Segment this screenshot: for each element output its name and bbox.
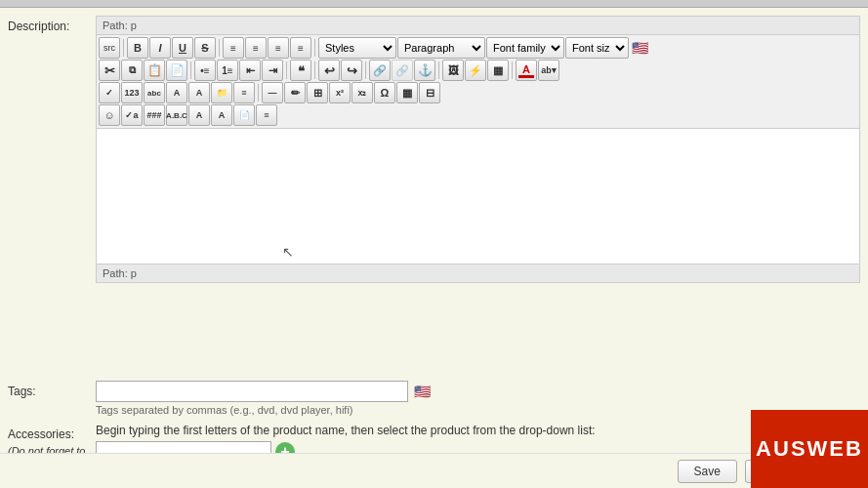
- style4-button[interactable]: 📁: [211, 82, 232, 103]
- sep4: [190, 61, 191, 79]
- editor-col: Path: p src B I U S ≡ ≡ ≡ ≡ S: [96, 16, 860, 373]
- abc-button[interactable]: abc: [144, 82, 165, 103]
- table3-button[interactable]: ⊟: [419, 82, 440, 103]
- bold-button[interactable]: B: [127, 37, 148, 59]
- tags-hint: Tags separated by commas (e.g., dvd, dvd…: [96, 404, 860, 416]
- style3-button[interactable]: A: [188, 82, 210, 103]
- grid-button[interactable]: ⊞: [307, 82, 328, 103]
- sep3: [314, 39, 315, 57]
- sep7: [365, 61, 366, 79]
- sep10: [258, 84, 259, 102]
- description-label: Description:: [8, 20, 69, 33]
- lang-button[interactable]: 📄: [233, 104, 255, 126]
- editor-toolbar: src B I U S ≡ ≡ ≡ ≡ Styles Par: [96, 34, 860, 128]
- redo-button[interactable]: ↪: [341, 60, 362, 81]
- hr-button[interactable]: —: [262, 82, 283, 103]
- center2-button[interactable]: ≡: [256, 104, 277, 126]
- outdent-button[interactable]: ⇤: [239, 60, 261, 81]
- align-button[interactable]: ≡: [233, 82, 255, 103]
- counter-button[interactable]: ###: [144, 104, 165, 126]
- path-bar-bottom: Path: p: [96, 264, 860, 283]
- flash-button[interactable]: ⚡: [465, 60, 486, 81]
- orderedlist-button[interactable]: 1≡: [217, 60, 238, 81]
- accessories-desc: Begin typing the first letters of the pr…: [96, 424, 860, 437]
- sep6: [314, 61, 315, 79]
- blockquote-button[interactable]: ❝: [290, 60, 311, 81]
- sep8: [438, 61, 439, 79]
- anchor-button[interactable]: ⚓: [414, 60, 435, 81]
- toolbar-row-4: ☺ ✓a ### A.B.C A A 📄 ≡: [99, 104, 857, 126]
- source-button[interactable]: src: [99, 37, 120, 59]
- aligncenter-button[interactable]: ≡: [245, 37, 267, 59]
- toolbar-row-3: ✓ 123 abc A A 📁 ≡ — ✏ ⊞ x² x₂ Ω ▦ ⊟: [99, 82, 857, 103]
- style2-button[interactable]: A: [166, 82, 187, 103]
- pencil-button[interactable]: ✏: [284, 82, 306, 103]
- italic-button[interactable]: I: [149, 37, 171, 59]
- spell-button[interactable]: ✓: [99, 82, 120, 103]
- cursor: ↖: [282, 244, 294, 260]
- subscript-button[interactable]: x₂: [351, 82, 373, 103]
- image-button[interactable]: 🖼: [442, 60, 464, 81]
- paste-button[interactable]: 📋: [144, 60, 165, 81]
- bottom-bar: Save Save and stay: [0, 453, 868, 488]
- link-button[interactable]: 🔗: [369, 60, 391, 81]
- fontfamily-select[interactable]: Font family: [486, 37, 564, 59]
- description-label-col: Description:: [8, 16, 96, 373]
- alignleft-button[interactable]: ≡: [223, 37, 244, 59]
- styles-select[interactable]: Styles: [318, 37, 396, 59]
- table2-button[interactable]: ▦: [396, 82, 418, 103]
- alignright-button[interactable]: ≡: [268, 37, 289, 59]
- copy-button[interactable]: ⧉: [121, 60, 143, 81]
- underline-button[interactable]: U: [172, 37, 193, 59]
- pasteplain-button[interactable]: 📄: [166, 60, 187, 81]
- main-container: Description: Path: p src B I U S ≡ ≡ ≡ ≡: [0, 0, 868, 488]
- omega-button[interactable]: Ω: [374, 82, 395, 103]
- fontsize-select[interactable]: Font size: [565, 37, 629, 59]
- logo-box: AUSWEB: [751, 410, 868, 488]
- copy2-button[interactable]: A: [188, 104, 210, 126]
- editor-body[interactable]: ↖: [96, 128, 860, 264]
- save-button[interactable]: Save: [678, 460, 737, 483]
- logo-text: AUSWEB: [756, 436, 863, 462]
- textsize-button[interactable]: A: [211, 104, 232, 126]
- paragraph-select[interactable]: Paragraph: [397, 37, 485, 59]
- tags-flag: 🇺🇸: [412, 385, 432, 398]
- language-flag: 🇺🇸: [630, 41, 649, 55]
- spell2-button[interactable]: ✓a: [121, 104, 143, 126]
- path-bar-top: Path: p: [96, 16, 860, 34]
- toolbar-row-1: src B I U S ≡ ≡ ≡ ≡ Styles Par: [99, 37, 857, 59]
- superscript-button[interactable]: x²: [329, 82, 351, 103]
- indent-button[interactable]: ⇥: [262, 60, 283, 81]
- tags-label: Tags:: [8, 381, 96, 398]
- bgcolor-button[interactable]: ab▾: [538, 60, 559, 81]
- sep5: [286, 61, 287, 79]
- cut-button[interactable]: ✂: [99, 60, 120, 81]
- unlink-button[interactable]: 🔗: [392, 60, 413, 81]
- toolbar-row-2: ✂ ⧉ 📋 📄 •≡ 1≡ ⇤ ⇥ ❝ ↩ ↪ 🔗 🔗: [99, 60, 857, 81]
- number-button[interactable]: 123: [121, 82, 143, 103]
- sep1: [123, 39, 124, 57]
- tags-content: 🇺🇸 Tags separated by commas (e.g., dvd, …: [96, 381, 860, 416]
- alignjustify-button[interactable]: ≡: [290, 37, 311, 59]
- unorderedlist-button[interactable]: •≡: [194, 60, 216, 81]
- tags-input[interactable]: [96, 381, 408, 402]
- sep9: [512, 61, 513, 79]
- sep2: [219, 39, 220, 57]
- strikethrough-button[interactable]: S: [194, 37, 216, 59]
- tags-field-row: Tags: 🇺🇸 Tags separated by commas (e.g.,…: [8, 381, 860, 416]
- table-button[interactable]: ▦: [487, 60, 509, 81]
- abc2-button[interactable]: A.B.C: [166, 104, 187, 126]
- undo-button[interactable]: ↩: [318, 60, 340, 81]
- textcolor-button[interactable]: A: [516, 60, 537, 81]
- top-border: [0, 0, 868, 8]
- smiley-button[interactable]: ☺: [99, 104, 120, 126]
- content-area: Description: Path: p src B I U S ≡ ≡ ≡ ≡: [0, 8, 868, 373]
- tags-row: 🇺🇸: [96, 381, 860, 402]
